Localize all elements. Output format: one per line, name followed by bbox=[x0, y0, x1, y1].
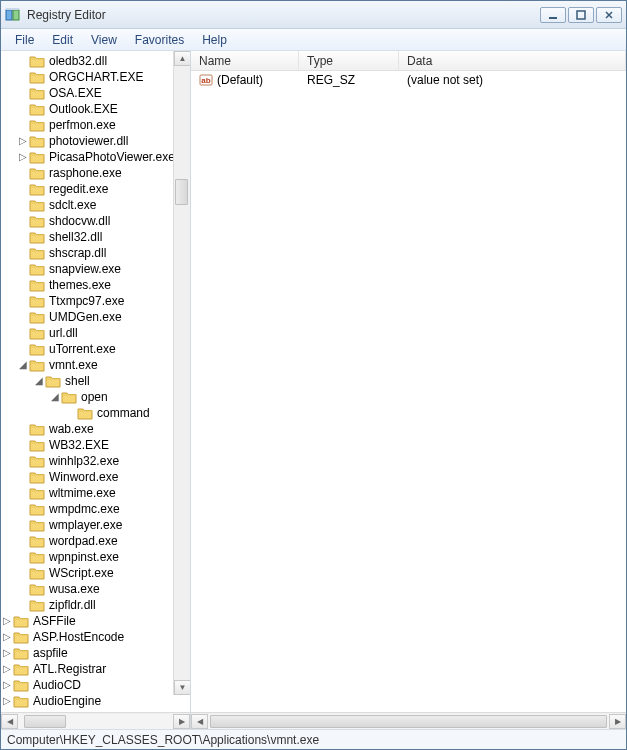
folder-icon bbox=[29, 231, 45, 244]
column-header-name[interactable]: Name bbox=[191, 51, 299, 70]
folder-icon bbox=[13, 631, 29, 644]
expander-open-icon[interactable]: ◢ bbox=[49, 389, 61, 405]
tree-item[interactable]: wusa.exe bbox=[1, 581, 175, 597]
tree-item[interactable]: regedit.exe bbox=[1, 181, 175, 197]
menu-edit[interactable]: Edit bbox=[44, 31, 81, 49]
tree-item[interactable]: ▷AudioCD bbox=[1, 677, 175, 693]
folder-icon bbox=[29, 215, 45, 228]
menu-help[interactable]: Help bbox=[194, 31, 235, 49]
tree-item[interactable]: OSA.EXE bbox=[1, 85, 175, 101]
tree-item[interactable]: sdclt.exe bbox=[1, 197, 175, 213]
scroll-track[interactable] bbox=[174, 66, 190, 680]
folder-icon bbox=[29, 263, 45, 276]
tree-item[interactable]: ▷AudioEngine bbox=[1, 693, 175, 709]
close-button[interactable] bbox=[596, 7, 622, 23]
tree-item[interactable]: WB32.EXE bbox=[1, 437, 175, 453]
expander-closed-icon[interactable]: ▷ bbox=[1, 645, 13, 661]
scroll-left-arrow[interactable]: ◀ bbox=[1, 714, 18, 729]
folder-icon bbox=[13, 695, 29, 708]
tree-item-label: AudioCD bbox=[33, 677, 81, 693]
tree-item[interactable]: ◢vmnt.exe bbox=[1, 357, 175, 373]
status-path: Computer\HKEY_CLASSES_ROOT\Applications\… bbox=[7, 733, 319, 747]
tree-item[interactable]: wordpad.exe bbox=[1, 533, 175, 549]
tree-item-label: wmpdmc.exe bbox=[49, 501, 120, 517]
tree-item[interactable]: ▷ATL.Registrar bbox=[1, 661, 175, 677]
tree-item[interactable]: ▷PicasaPhotoViewer.exe bbox=[1, 149, 175, 165]
tree-item[interactable]: WScript.exe bbox=[1, 565, 175, 581]
value-row[interactable]: ab (Default) REG_SZ (value not set) bbox=[191, 71, 626, 89]
tree-item[interactable]: ▷ASP.HostEncode bbox=[1, 629, 175, 645]
expander-open-icon[interactable]: ◢ bbox=[33, 373, 45, 389]
tree-item[interactable]: shscrap.dll bbox=[1, 245, 175, 261]
expander-closed-icon[interactable]: ▷ bbox=[17, 149, 29, 165]
tree-item[interactable]: wmplayer.exe bbox=[1, 517, 175, 533]
expander-closed-icon[interactable]: ▷ bbox=[1, 661, 13, 677]
tree-item[interactable]: wltmime.exe bbox=[1, 485, 175, 501]
tree-item[interactable]: ◢shell bbox=[1, 373, 175, 389]
scroll-up-arrow[interactable]: ▲ bbox=[174, 51, 190, 66]
scroll-track[interactable] bbox=[18, 714, 173, 729]
folder-icon bbox=[29, 87, 45, 100]
tree-item[interactable]: uTorrent.exe bbox=[1, 341, 175, 357]
tree-item[interactable]: wab.exe bbox=[1, 421, 175, 437]
tree-item[interactable]: command bbox=[1, 405, 175, 421]
detail-pane: Name Type Data ab (Default) REG_SZ (valu… bbox=[191, 51, 626, 729]
tree-item[interactable]: ORGCHART.EXE bbox=[1, 69, 175, 85]
tree-item[interactable]: ▷photoviewer.dll bbox=[1, 133, 175, 149]
tree-item-label: shell bbox=[65, 373, 90, 389]
expander-closed-icon[interactable]: ▷ bbox=[1, 629, 13, 645]
menu-view[interactable]: View bbox=[83, 31, 125, 49]
scroll-right-arrow[interactable]: ▶ bbox=[173, 714, 190, 729]
scroll-right-arrow[interactable]: ▶ bbox=[609, 714, 626, 729]
expander-closed-icon[interactable]: ▷ bbox=[1, 613, 13, 629]
scroll-thumb[interactable] bbox=[210, 715, 607, 728]
tree-item[interactable]: ◢open bbox=[1, 389, 175, 405]
tree-item-label: wordpad.exe bbox=[49, 533, 118, 549]
tree-item[interactable]: rasphone.exe bbox=[1, 165, 175, 181]
tree-item[interactable]: themes.exe bbox=[1, 277, 175, 293]
tree-item[interactable]: wmpdmc.exe bbox=[1, 501, 175, 517]
scroll-thumb[interactable] bbox=[24, 715, 66, 728]
tree-item[interactable]: snapview.exe bbox=[1, 261, 175, 277]
tree-item[interactable]: url.dll bbox=[1, 325, 175, 341]
tree-item-label: aspfile bbox=[33, 645, 68, 661]
tree-item[interactable]: ▷ASFFile bbox=[1, 613, 175, 629]
tree-vertical-scrollbar[interactable]: ▲ ▼ bbox=[173, 51, 190, 695]
tree-item[interactable]: oledb32.dll bbox=[1, 53, 175, 69]
tree-item[interactable]: perfmon.exe bbox=[1, 117, 175, 133]
tree-item[interactable]: Outlook.EXE bbox=[1, 101, 175, 117]
column-header-type[interactable]: Type bbox=[299, 51, 399, 70]
scroll-left-arrow[interactable]: ◀ bbox=[191, 714, 208, 729]
tree-item[interactable]: Winword.exe bbox=[1, 469, 175, 485]
tree-horizontal-scrollbar[interactable]: ◀ ▶ bbox=[1, 712, 190, 729]
expander-closed-icon[interactable]: ▷ bbox=[1, 693, 13, 709]
tree-item[interactable]: winhlp32.exe bbox=[1, 453, 175, 469]
tree-item[interactable]: shdocvw.dll bbox=[1, 213, 175, 229]
scroll-track[interactable] bbox=[208, 714, 609, 729]
tree-item[interactable]: zipfldr.dll bbox=[1, 597, 175, 613]
registry-editor-window: Registry Editor File Edit View Favorites… bbox=[0, 0, 627, 750]
scroll-thumb[interactable] bbox=[175, 179, 188, 205]
menu-file[interactable]: File bbox=[7, 31, 42, 49]
tree-item[interactable]: wpnpinst.exe bbox=[1, 549, 175, 565]
maximize-button[interactable] bbox=[568, 7, 594, 23]
folder-icon bbox=[29, 535, 45, 548]
tree-item-label: wusa.exe bbox=[49, 581, 100, 597]
tree-item[interactable]: UMDGen.exe bbox=[1, 309, 175, 325]
folder-icon bbox=[29, 439, 45, 452]
detail-body[interactable]: ab (Default) REG_SZ (value not set) bbox=[191, 71, 626, 712]
detail-horizontal-scrollbar[interactable]: ◀ ▶ bbox=[191, 712, 626, 729]
column-header-data[interactable]: Data bbox=[399, 51, 626, 70]
menu-favorites[interactable]: Favorites bbox=[127, 31, 192, 49]
tree-scroll[interactable]: oledb32.dllORGCHART.EXEOSA.EXEOutlook.EX… bbox=[1, 51, 190, 712]
expander-open-icon[interactable]: ◢ bbox=[17, 357, 29, 373]
expander-closed-icon[interactable]: ▷ bbox=[17, 133, 29, 149]
tree-item[interactable]: shell32.dll bbox=[1, 229, 175, 245]
minimize-button[interactable] bbox=[540, 7, 566, 23]
tree-item[interactable]: ▷aspfile bbox=[1, 645, 175, 661]
tree-item[interactable]: Ttxmpc97.exe bbox=[1, 293, 175, 309]
tree: oledb32.dllORGCHART.EXEOSA.EXEOutlook.EX… bbox=[1, 51, 175, 712]
titlebar[interactable]: Registry Editor bbox=[1, 1, 626, 29]
expander-closed-icon[interactable]: ▷ bbox=[1, 677, 13, 693]
scroll-down-arrow[interactable]: ▼ bbox=[174, 680, 190, 695]
